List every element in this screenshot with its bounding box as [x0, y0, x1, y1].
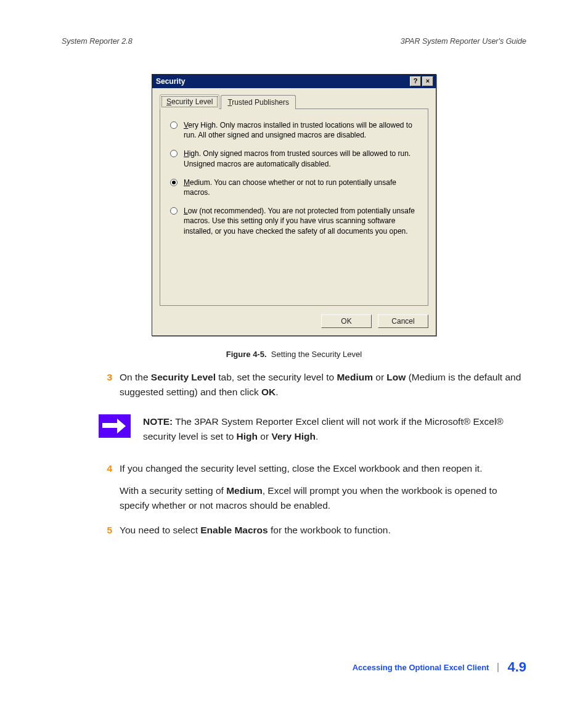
ok-button[interactable]: OK [321, 314, 372, 328]
figure-label: Figure 4-5. [226, 350, 267, 359]
option-very-high[interactable]: Very High. Only macros installed in trus… [170, 120, 418, 140]
page-header: System Reporter 2.8 3PAR System Reporter… [62, 37, 526, 46]
note-box: NOTE: The 3PAR System Reporter Excel cli… [99, 414, 526, 444]
option-label: Low (not recommended). You are not prote… [184, 206, 418, 236]
close-button[interactable]: × [422, 76, 433, 86]
tab-trusted-publishers[interactable]: Trusted Publishers [221, 95, 296, 109]
option-label: High. Only signed macros from trusted so… [184, 149, 418, 168]
page-number: 4.9 [507, 659, 526, 675]
option-high[interactable]: High. Only signed macros from trusted so… [170, 149, 418, 168]
tab-security-level[interactable]: Security Level [160, 94, 219, 109]
footer-title: Accessing the Optional Excel Client [353, 663, 499, 672]
step-4: 4 If you changed the security level sett… [99, 461, 526, 513]
page-footer: Accessing the Optional Excel Client 4.9 [353, 659, 526, 675]
cancel-button[interactable]: Cancel [378, 314, 428, 328]
figure-caption: Figure 4-5. Setting the Security Level [62, 350, 526, 359]
step-3: 3 On the Security Level tab, set the sec… [99, 370, 526, 400]
dialog-title: Security [156, 77, 409, 86]
help-button[interactable]: ? [410, 76, 421, 86]
radio-icon [170, 179, 178, 186]
step-number: 4 [99, 461, 112, 513]
step-body: If you changed the security level settin… [120, 461, 526, 513]
step-5: 5 You need to select Enable Macros for t… [99, 523, 526, 538]
radio-icon [170, 121, 178, 129]
security-dialog: Security ? × Security Level Trusted Publ… [152, 74, 436, 336]
step-body: On the Security Level tab, set the secur… [120, 370, 526, 400]
dialog-titlebar: Security ? × [152, 75, 436, 88]
step-number: 3 [99, 370, 112, 400]
arrow-icon [99, 414, 131, 438]
header-right: 3PAR System Reporter User's Guide [401, 37, 526, 46]
tab-strip: Security Level Trusted Publishers [160, 94, 428, 109]
option-label: Medium. You can choose whether or not to… [184, 178, 418, 197]
note-text: NOTE: The 3PAR System Reporter Excel cli… [143, 414, 526, 444]
step-body: You need to select Enable Macros for the… [120, 523, 526, 538]
header-left: System Reporter 2.8 [62, 37, 133, 46]
radio-icon [170, 207, 178, 215]
tab-panel: Very High. Only macros installed in trus… [160, 109, 428, 306]
option-label: Very High. Only macros installed in trus… [184, 120, 418, 140]
radio-icon [170, 150, 178, 157]
option-low[interactable]: Low (not recommended). You are not prote… [170, 206, 418, 236]
step-number: 5 [99, 523, 112, 538]
option-medium[interactable]: Medium. You can choose whether or not to… [170, 178, 418, 197]
